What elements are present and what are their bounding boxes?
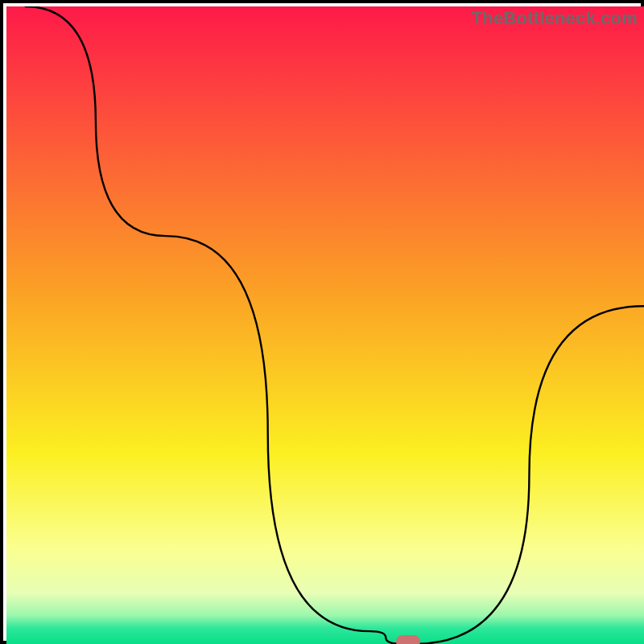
bottleneck-curve	[26, 6, 644, 644]
curve-layer	[6, 6, 644, 644]
plot-area: TheBottleneck.com	[6, 6, 644, 644]
optimal-point-marker	[396, 635, 420, 644]
watermark-text: TheBottleneck.com	[472, 8, 638, 29]
chart-frame: TheBottleneck.com	[0, 0, 644, 644]
